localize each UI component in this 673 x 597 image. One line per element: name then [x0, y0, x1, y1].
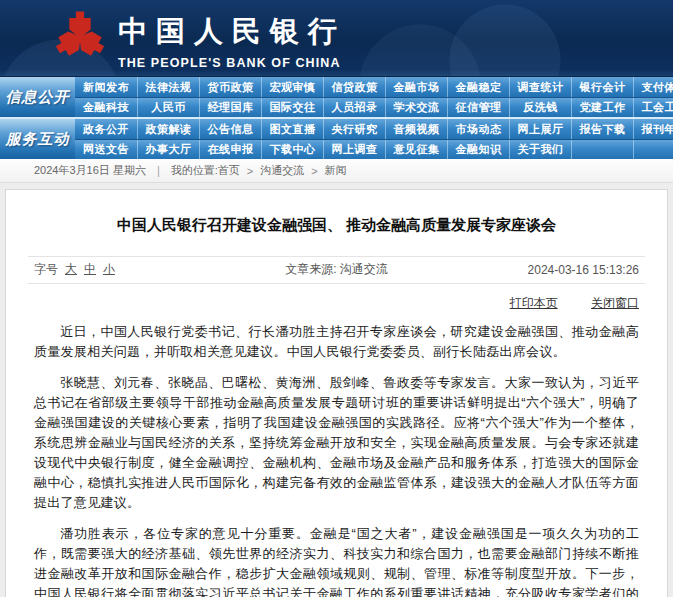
nav-item[interactable]: 政务公开 [75, 119, 137, 139]
nav-group-service-interaction[interactable]: 服务互动 [0, 119, 75, 159]
nav-group-labels: 信息公开 服务互动 [0, 77, 75, 159]
nav-item[interactable]: 信贷政策 [323, 77, 385, 97]
breadcrumb-pipe: ｜ [153, 163, 164, 178]
nav-item[interactable]: 报刊年鉴 [633, 119, 673, 139]
main-navigation: 信息公开 服务互动 新闻发布法律法规货币政策宏观审慎信贷政策金融市场金融稳定调查… [0, 76, 673, 159]
nav-item[interactable]: 网上调查 [323, 140, 385, 159]
nav-item[interactable]: 反洗钱 [509, 98, 571, 117]
nav-group-info-disclosure[interactable]: 信息公开 [0, 77, 75, 119]
font-size-controls: 字号 大 中 小 [28, 261, 212, 278]
article-paragraph: 近日，中国人民银行党委书记、行长潘功胜主持召开专家座谈会，研究建设金融强国、推动… [34, 322, 639, 362]
site-header: 中国人民银行 THE PEOPLE'S BANK OF CHINA [0, 0, 673, 76]
nav-item[interactable]: 央行研究 [323, 119, 385, 139]
nav-item[interactable]: 网送文告 [75, 140, 137, 159]
nav-item[interactable]: 调查统计 [509, 77, 571, 97]
site-title-en: THE PEOPLE'S BANK OF CHINA [118, 56, 346, 70]
article-datetime: 2024-03-16 15:13:26 [461, 263, 645, 277]
nav-item[interactable]: 工会工作 [633, 98, 673, 117]
font-size-label: 字号 [34, 261, 58, 278]
breadcrumb-link-communication[interactable]: 沟通交流 [260, 163, 304, 178]
site-brand: 中国人民银行 THE PEOPLE'S BANK OF CHINA [118, 12, 346, 70]
nav-item[interactable]: 金融科技 [75, 98, 137, 117]
nav-item[interactable]: 国际交往 [261, 98, 323, 117]
nav-item[interactable]: 下载中心 [261, 140, 323, 159]
breadcrumb-arrow-icon: > [247, 165, 253, 177]
article-body: 近日，中国人民银行党委书记、行长潘功胜主持召开专家座谈会，研究建设金融强国、推动… [6, 312, 667, 597]
font-size-large-button[interactable]: 大 [65, 261, 77, 278]
nav-item[interactable]: 支付体系 [633, 77, 673, 97]
nav-item[interactable]: 在线申报 [199, 140, 261, 159]
nav-item[interactable]: 网上展厅 [509, 119, 571, 139]
nav-item[interactable]: 市场动态 [447, 119, 509, 139]
font-size-small-button[interactable]: 小 [103, 261, 115, 278]
nav-item[interactable]: 金融稳定 [447, 77, 509, 97]
breadcrumb-home-link[interactable]: 首页 [218, 163, 240, 178]
nav-row: 网送文告办事大厅在线申报下载中心网上调查意见征集金融知识关于我们 [75, 139, 673, 159]
nav-item-empty [633, 140, 673, 159]
nav-item[interactable]: 人员招录 [323, 98, 385, 117]
article-panel: 中国人民银行召开建设金融强国、 推动金融高质量发展专家座谈会 字号 大 中 小 … [5, 189, 668, 597]
nav-item[interactable]: 新闻发布 [75, 77, 137, 97]
pboc-logo-icon [52, 8, 108, 70]
nav-item[interactable]: 征信管理 [447, 98, 509, 117]
nav-grid: 新闻发布法律法规货币政策宏观审慎信贷政策金融市场金融稳定调查统计银行会计支付体系… [75, 77, 673, 159]
article-paragraph: 潘功胜表示，各位专家的意见十分重要。金融是“国之大者”，建设金融强国是一项久久为… [34, 524, 639, 597]
nav-item[interactable]: 银行会计 [571, 77, 633, 97]
current-date: 2024年3月16日 星期六 [34, 163, 146, 178]
article-meta: 字号 大 中 小 文章来源: 沟通交流 2024-03-16 15:13:26 [28, 257, 645, 284]
nav-item[interactable]: 经理国库 [199, 98, 261, 117]
location-label: 我的位置: [171, 163, 218, 178]
nav-rows-info-disclosure: 新闻发布法律法规货币政策宏观审慎信贷政策金融市场金融稳定调查统计银行会计支付体系… [75, 77, 673, 119]
nav-item[interactable]: 政策解读 [137, 119, 199, 139]
pboc-news-page: { "header": { "title_zh": "中国人民银行", "tit… [0, 0, 673, 597]
breadcrumb: 2024年3月16日 星期六 ｜ 我的位置:首页 > 沟通交流 > 新闻 [0, 159, 673, 183]
nav-item[interactable]: 金融市场 [385, 77, 447, 97]
nav-item[interactable]: 金融知识 [447, 140, 509, 159]
nav-item[interactable]: 人民币 [137, 98, 199, 117]
nav-item[interactable]: 公告信息 [199, 119, 261, 139]
print-page-button[interactable]: 打印本页 [510, 296, 558, 310]
article-paragraph: 张晓慧、刘元春、张晓晶、巴曙松、黄海洲、殷剑峰、鲁政委等专家发言。大家一致认为，… [34, 373, 639, 513]
breadcrumb-arrow-icon: > [311, 165, 317, 177]
article-title: 中国人民银行召开建设金融强国、 推动金融高质量发展专家座谈会 [6, 190, 667, 237]
nav-item[interactable]: 法律法规 [137, 77, 199, 97]
nav-row: 新闻发布法律法规货币政策宏观审慎信贷政策金融市场金融稳定调查统计银行会计支付体系 [75, 77, 673, 97]
close-window-button[interactable]: 关闭窗口 [591, 296, 639, 310]
site-title-zh: 中国人民银行 [118, 12, 346, 52]
nav-item[interactable]: 宏观审慎 [261, 77, 323, 97]
nav-row: 金融科技人民币经理国库国际交往人员招录学术交流征信管理反洗钱党建工作工会工作 [75, 97, 673, 117]
nav-item[interactable]: 办事大厅 [137, 140, 199, 159]
nav-item[interactable]: 学术交流 [385, 98, 447, 117]
font-size-medium-button[interactable]: 中 [84, 261, 96, 278]
nav-item[interactable]: 货币政策 [199, 77, 261, 97]
nav-item[interactable]: 意见征集 [385, 140, 447, 159]
nav-item[interactable]: 音频视频 [385, 119, 447, 139]
breadcrumb-link-news[interactable]: 新闻 [325, 163, 347, 178]
article-source: 文章来源: 沟通交流 [212, 261, 461, 278]
nav-item-empty [571, 140, 633, 159]
nav-item[interactable]: 党建工作 [571, 98, 633, 117]
nav-item[interactable]: 关于我们 [509, 140, 571, 159]
nav-item[interactable]: 图文直播 [261, 119, 323, 139]
nav-row: 政务公开政策解读公告信息图文直播央行研究音频视频市场动态网上展厅报告下载报刊年鉴 [75, 119, 673, 139]
nav-item[interactable]: 报告下载 [571, 119, 633, 139]
article-actions: 打印本页 关闭窗口 [6, 284, 667, 312]
nav-rows-service-interaction: 政务公开政策解读公告信息图文直播央行研究音频视频市场动态网上展厅报告下载报刊年鉴… [75, 119, 673, 159]
